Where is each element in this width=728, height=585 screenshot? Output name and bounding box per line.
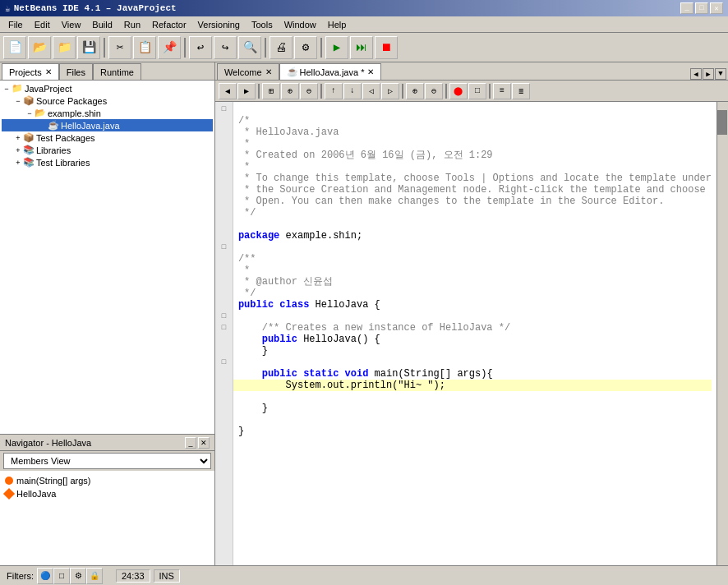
menu-item-file[interactable]: File <box>3 18 28 31</box>
method-icon <box>5 477 13 485</box>
open2-button[interactable]: 📁 <box>53 36 76 59</box>
ed-sep-2 <box>320 84 322 99</box>
ed-zoom-out[interactable]: ⊖ <box>300 83 318 99</box>
copy-button[interactable]: 📋 <box>133 36 156 59</box>
ed-prev-use[interactable]: ↑ <box>325 83 343 99</box>
minimize-button[interactable]: _ <box>680 2 693 14</box>
cut-button[interactable]: ✂ <box>108 36 131 59</box>
menu-item-window[interactable]: Window <box>279 18 321 31</box>
navigator-close[interactable]: ✕ <box>198 437 210 449</box>
gutter-14 <box>216 253 231 265</box>
print-button[interactable]: 🖨 <box>270 36 293 59</box>
ed-prev-mark[interactable]: ◁ <box>362 83 380 99</box>
tab-projects[interactable]: Projects ✕ <box>2 63 59 80</box>
filter-btn-3[interactable]: ⚙ <box>70 568 86 584</box>
expand-libraries[interactable]: + <box>13 146 23 154</box>
run-button[interactable]: ▶ <box>325 36 348 59</box>
javaproject-label: JavaProject <box>25 84 71 94</box>
editor-tab-hellojava[interactable]: ☕ HelloJava.java * ✕ <box>279 63 382 80</box>
ed-list[interactable]: ≡ <box>493 83 511 99</box>
menu-item-refactor[interactable]: Refactor <box>147 18 191 31</box>
ed-list2[interactable]: ≣ <box>512 83 530 99</box>
open-button[interactable]: 📂 <box>28 36 51 59</box>
expand-source-packages[interactable]: − <box>13 97 23 105</box>
tab-close-projects[interactable]: ✕ <box>45 67 52 76</box>
close-button[interactable]: ✕ <box>710 2 723 14</box>
tree-item-example-shin[interactable]: − 📂 example.shin <box>2 107 213 119</box>
undo-button[interactable]: ↩ <box>189 36 212 59</box>
menu-item-view[interactable]: View <box>57 18 86 31</box>
expand-test-packages[interactable]: + <box>13 134 23 142</box>
javaproject-icon: 📁 <box>12 83 23 94</box>
gutter-3 <box>216 127 231 138</box>
paste-button[interactable]: 📌 <box>158 36 181 59</box>
gutter-10 <box>216 207 231 219</box>
save-button[interactable]: 💾 <box>77 36 100 59</box>
nav-item-hellojava[interactable]: HelloJava <box>3 487 211 500</box>
tree-item-source-packages[interactable]: − 📦 Source Packages <box>2 94 213 107</box>
tab-nav-right[interactable]: ▶ <box>703 68 714 80</box>
menu-item-build[interactable]: Build <box>87 18 117 31</box>
tree-item-libraries[interactable]: + 📚 Libraries <box>2 144 213 156</box>
menu-item-edit[interactable]: Edit <box>30 18 55 31</box>
tree-item-test-libraries[interactable]: + 📚 Test Libraries <box>2 156 213 168</box>
filter-btn-1[interactable]: 🔵 <box>37 568 53 584</box>
new-button[interactable]: 📄 <box>3 36 26 59</box>
gutter-24 <box>216 368 231 380</box>
tree-item-test-packages[interactable]: + 📦 Test Packages <box>2 131 213 144</box>
main-layout: Projects ✕ Files Runtime − 📁 JavaProject… <box>0 62 728 565</box>
tab-nav-menu[interactable]: ▼ <box>715 68 726 80</box>
code-content[interactable]: /* * HelloJava.java * * Created on 2006년… <box>233 102 716 565</box>
navigator-dropdown[interactable]: Members View <box>3 453 211 469</box>
navigator-title: Navigator - HelloJava <box>5 438 91 448</box>
gutter-26 <box>216 391 231 403</box>
expand-javaproject[interactable]: − <box>2 85 12 93</box>
debug-button[interactable]: ⏭ <box>350 36 373 59</box>
tab-nav-buttons: ◀ ▶ ▼ <box>690 68 726 80</box>
maximize-button[interactable]: □ <box>695 2 708 14</box>
ed-next-mark[interactable]: ▷ <box>381 83 399 99</box>
tab-nav-left[interactable]: ◀ <box>690 68 702 80</box>
ed-expand[interactable]: ⊕ <box>406 83 424 99</box>
ed-toggle[interactable]: ⊞ <box>262 83 280 99</box>
ed-collapse[interactable]: ⊖ <box>425 83 443 99</box>
ed-check[interactable]: □ <box>468 83 486 99</box>
ed-zoom-in[interactable]: ⊕ <box>281 83 299 99</box>
expand-example-shin[interactable]: − <box>25 109 35 117</box>
nav-item-main-label: main(String[] args) <box>16 476 90 486</box>
tree-item-javaproject[interactable]: − 📁 JavaProject <box>2 82 213 94</box>
menu-item-versioning[interactable]: Versioning <box>193 18 245 31</box>
expand-test-libraries[interactable]: + <box>13 159 23 167</box>
navigator-minimize[interactable]: _ <box>185 437 196 449</box>
menu-item-tools[interactable]: Tools <box>247 18 278 31</box>
ed-back[interactable]: ◀ <box>219 83 237 99</box>
gutter-20: □ <box>216 322 231 334</box>
menu-bar: FileEditViewBuildRunRefactorVersioningTo… <box>0 16 728 33</box>
find-button[interactable]: 🔍 <box>238 36 261 59</box>
properties-button[interactable]: ⚙ <box>294 36 317 59</box>
project-tree: − 📁 JavaProject − 📦 Source Packages − 📂 … <box>0 81 214 434</box>
ed-sep-3 <box>402 84 403 99</box>
menu-item-run[interactable]: Run <box>119 18 145 31</box>
redo-button[interactable]: ↪ <box>214 36 237 59</box>
menu-item-help[interactable]: Help <box>323 18 352 31</box>
tab-files[interactable]: Files <box>59 63 93 80</box>
ed-forward[interactable]: ▶ <box>237 83 256 99</box>
ed-next-use[interactable]: ↓ <box>343 83 362 99</box>
editor-tab-welcome[interactable]: Welcome ✕ <box>217 63 279 80</box>
tab-runtime[interactable]: Runtime <box>93 63 141 80</box>
navigator-header: Navigator - HelloJava _ ✕ <box>0 435 214 451</box>
nav-item-hellojava-label: HelloJava <box>16 489 56 499</box>
hellojava-tab-close[interactable]: ✕ <box>367 67 374 76</box>
filter-btn-2[interactable]: □ <box>53 568 70 584</box>
stop-button[interactable]: ⏹ <box>375 36 398 59</box>
filter-btn-4[interactable]: 🔒 <box>86 568 103 584</box>
vertical-scrollbar[interactable] <box>716 102 728 565</box>
example-shin-label: example.shin <box>48 108 101 118</box>
ed-stop[interactable]: ⬤ <box>449 83 468 99</box>
code-editor[interactable]: □ □ □ □ <box>215 102 728 565</box>
tree-item-hellojava[interactable]: ☕ HelloJava.java <box>2 119 213 131</box>
main-toolbar: 📄 📂 📁 💾 ✂ 📋 📌 ↩ ↪ 🔍 🖨 ⚙ ▶ ⏭ ⏹ <box>0 33 728 62</box>
test-packages-label: Test Packages <box>36 133 95 143</box>
nav-item-main[interactable]: main(String[] args) <box>3 474 211 487</box>
